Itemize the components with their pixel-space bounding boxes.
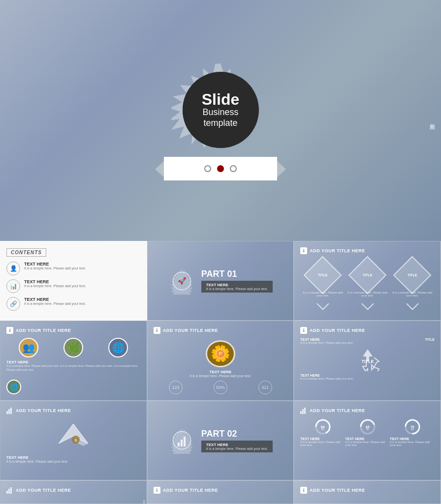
svg-rect-15 (178, 443, 180, 446)
slide-bottom-3: i ADD YOUR TITLE HERE (294, 480, 441, 504)
diamond-label-2: TITLE (363, 273, 372, 277)
hero-section: Slide Businesstemplate 新图网 (0, 0, 441, 241)
slide-title-icon-11: i (154, 487, 160, 494)
progress-text-75: TEXT HERE It is a temple here. Please ad… (390, 437, 435, 446)
diamond-shape-3: TITLE (393, 256, 432, 295)
svg-rect-29 (10, 487, 12, 494)
slide-profiles: i ADD YOUR TITLE HERE 👥 🌿 🌐 TEXT HERE It… (0, 321, 147, 400)
badge-circle: Slide Businesstemplate (183, 72, 259, 148)
progress-layout: 68 % TEXT HERE It is a temple here. Plea… (300, 418, 435, 446)
slide-title-icon-3: i (300, 247, 307, 254)
dot-2[interactable] (217, 165, 224, 172)
part01-info: PART 01 TEXT HERE It is a temple here. P… (201, 269, 273, 293)
profile-text-title: TEXT HERE (6, 360, 141, 364)
arrow-3 (406, 297, 418, 310)
slide-diamonds: i ADD YOUR TITLE HERE TITLE It is a temp… (294, 241, 441, 321)
svg-rect-17 (184, 437, 186, 446)
slide-title-12: ADD YOUR TITLE HERE (310, 488, 365, 493)
slide-title-icon-5: i (154, 327, 160, 334)
pagination-dots (204, 165, 237, 172)
arrow-2 (361, 297, 374, 310)
detected-text-here: Text here (142, 500, 146, 504)
contents-item-3: 🔗 TEXT HERE It is a temple here. Please … (6, 297, 141, 311)
svg-rect-20 (304, 408, 306, 414)
slide-title-icon-4: i (6, 327, 13, 334)
main-image-title: TEXT HERE (210, 370, 232, 374)
svg-text:$: $ (75, 438, 77, 443)
dot-1[interactable] (204, 165, 211, 172)
contents-desc-2: It is a temple here. Please add your tex… (24, 284, 86, 288)
profile-circle-3: 🌐 (108, 338, 128, 357)
progress-text-45: TEXT HERE It is a temple here. Please ad… (345, 437, 390, 446)
part01-starburst: 🚀 (168, 267, 195, 295)
contents-label: CONTENTS (6, 248, 46, 257)
profile-text-desc: It is a temple here. Please add your tex… (6, 364, 141, 372)
progress-item-45: 45 % TEXT HERE It is a temple here. Plea… (345, 418, 390, 446)
stat-2: 50% (214, 381, 227, 394)
progress-circle-45: 45 % (359, 418, 377, 436)
slide-title-10: ADD YOUR TITLE HERE (16, 488, 71, 493)
ribbon-container (164, 157, 277, 180)
progress-text-68: TEXT HERE It is a temple here. Please ad… (300, 437, 345, 446)
part01-starburst-svg: 🚀 (168, 267, 195, 295)
svg-rect-18 (300, 411, 302, 414)
diamond-label-1: TITLE (318, 273, 327, 277)
diamond-3: TITLE It is a temple here. Please add yo… (390, 262, 435, 297)
contents-desc-3: It is a temple here. Please add your tex… (24, 302, 86, 305)
svg-rect-27 (6, 491, 8, 494)
slide-title-icon-12: i (300, 487, 307, 494)
diamonds-row: TITLE It is a temple here. Please add yo… (300, 262, 435, 297)
contents-icon-2: 📊 (6, 279, 20, 293)
main-image-circle: 🌼 (206, 340, 235, 367)
dot-3[interactable] (230, 165, 237, 172)
slide-part01: 🚀 PART 01 TEXT HERE It is a temple here.… (147, 241, 294, 321)
slide-title-3: ADD YOUR TITLE HERE (310, 248, 365, 253)
bars-text: TEXT HERE It is a temple here. Please ad… (6, 455, 141, 463)
contents-desc-1: It is a temple here. Please add your tex… (24, 267, 86, 270)
part01-text-desc: It is a temple here. Please add your tex… (206, 287, 268, 291)
bottom1-bars-icon (6, 487, 13, 494)
contents-item-1: 👤 TEXT HERE It is a temple here. Please … (6, 262, 141, 275)
contents-item-2: 📊 TEXT HERE It is a temple here. Please … (6, 279, 141, 293)
recycle-text-3: TEXT HERE It is a temple here. Please ad… (300, 374, 435, 380)
profile-circle-2: 🌿 (63, 338, 83, 357)
part02-text-title: TEXT HERE (206, 443, 268, 447)
svg-rect-8 (10, 408, 12, 414)
slide-recycle: i ADD YOUR TITLE HERE TEXT HERE It is a … (294, 321, 441, 400)
badge-subtitle: Businesstemplate (202, 107, 238, 128)
profile-text: TEXT HERE It is a temple here. Please ad… (6, 360, 141, 372)
slide-title-7: ADD YOUR TITLE HERE (16, 408, 71, 413)
slide-title-6: ADD YOUR TITLE HERE (310, 328, 365, 333)
origami-svg: $ (54, 419, 93, 448)
arrows-row (300, 299, 435, 308)
progress-item-75: 75 % TEXT HERE It is a temple here. Plea… (390, 418, 435, 446)
slide-main-image: i ADD YOUR TITLE HERE 🌼 TEXT HERE It is … (147, 321, 294, 400)
slides-grid: CONTENTS 👤 TEXT HERE It is a temple here… (0, 241, 441, 504)
part02-text-desc: It is a temple here. Please add your tex… (206, 447, 268, 450)
slide-bottom-2: i ADD YOUR TITLE HERE (147, 480, 294, 504)
diamond-2: TITLE It is a temple here. Please add yo… (345, 262, 390, 297)
svg-rect-7 (8, 409, 10, 414)
slide-progress: ADD YOUR TITLE HERE 68 % TEXT HERE (294, 401, 441, 480)
diamond-1: TITLE It is a temple here. Please add yo… (300, 262, 345, 297)
contents-title-1: TEXT HERE (24, 262, 86, 267)
svg-text:TITLE: TITLE (361, 359, 374, 364)
arrow-1 (316, 297, 329, 310)
stat-3: 321 (258, 381, 272, 394)
svg-rect-19 (302, 409, 304, 414)
profile-circle-1: 👥 (19, 338, 38, 357)
profile-circles-row: 👥 🌿 🌐 (6, 338, 141, 357)
watermark-right: 新图网 (429, 119, 436, 122)
recycle-texts: TEXT HERE It is a temple here. Please ad… (300, 338, 435, 344)
contents-title-2: TEXT HERE (24, 279, 86, 284)
part01-text-title: TEXT HERE (206, 283, 268, 287)
part02-starburst (168, 427, 195, 454)
main-image-desc: It is a temple here. Please add your tex… (189, 374, 251, 378)
svg-rect-6 (6, 411, 8, 414)
part02-starburst-svg (168, 427, 195, 454)
contents-icon-3: 🔗 (6, 297, 20, 311)
badge-container: Slide Businesstemplate (164, 61, 277, 180)
slide-contents: CONTENTS 👤 TEXT HERE It is a temple here… (0, 241, 147, 321)
stats-row: 123 50% 321 (154, 381, 288, 394)
contents-title-3: TEXT HERE (24, 297, 86, 302)
